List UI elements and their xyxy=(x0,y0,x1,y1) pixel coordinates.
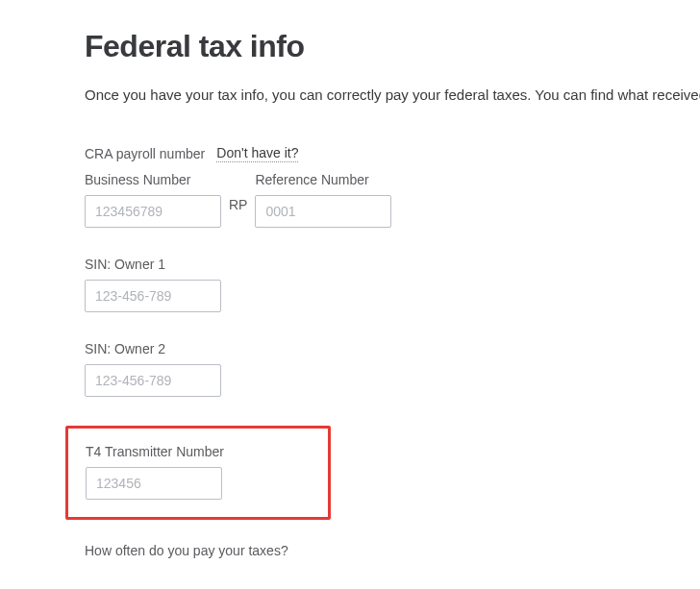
sin-owner2-input[interactable] xyxy=(85,364,221,397)
business-number-label: Business Number xyxy=(85,172,221,187)
reference-number-label: Reference Number xyxy=(255,172,391,187)
t4-transmitter-group: T4 Transmitter Number xyxy=(86,444,311,500)
t4-transmitter-label: T4 Transmitter Number xyxy=(86,444,311,459)
t4-transmitter-input[interactable] xyxy=(86,467,222,500)
sin-owner2-label: SIN: Owner 2 xyxy=(85,341,700,356)
rp-separator: RP xyxy=(229,197,247,220)
reference-number-input[interactable] xyxy=(255,195,391,228)
sin-owner1-input[interactable] xyxy=(85,280,221,312)
page-title: Federal tax info xyxy=(85,29,700,64)
dont-have-it-link[interactable]: Don't have it? xyxy=(216,145,298,162)
sin-owner2-group: SIN: Owner 2 xyxy=(85,341,700,397)
sin-owner1-group: SIN: Owner 1 xyxy=(85,257,700,312)
tax-frequency-question: How often do you pay your taxes? xyxy=(85,543,700,558)
cra-payroll-row: CRA payroll number Don't have it? xyxy=(85,145,700,162)
business-number-input[interactable] xyxy=(85,195,221,228)
t4-highlight-box: T4 Transmitter Number xyxy=(65,426,331,520)
payroll-number-group: Business Number RP Reference Number xyxy=(85,172,700,228)
sin-owner1-label: SIN: Owner 1 xyxy=(85,257,700,272)
page-description: Once you have your tax info, you can cor… xyxy=(85,84,700,107)
cra-payroll-label: CRA payroll number xyxy=(85,146,205,161)
